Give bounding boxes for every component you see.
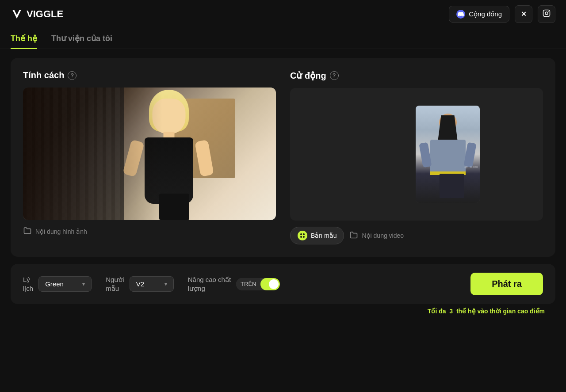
video-action-label: Nội dung video: [362, 232, 404, 239]
motion-section-title: Cử động ?: [290, 70, 543, 81]
footer-prefix: Tối đa: [428, 308, 446, 315]
background-dropdown[interactable]: Green ▾: [38, 276, 92, 292]
character-section-title: Tính cách ?: [23, 70, 276, 80]
viggle-logo-icon: [11, 8, 23, 20]
background-label: Lý lịch: [23, 275, 33, 293]
folder-icon-character: [23, 226, 32, 236]
twitter-button[interactable]: ✕: [515, 5, 532, 23]
toggle-switch[interactable]: [260, 278, 280, 290]
folder-icon-video: [349, 231, 358, 241]
svg-rect-1: [543, 10, 550, 17]
stair-shadow: [23, 88, 162, 220]
video-action[interactable]: Nội dung video: [349, 231, 404, 241]
model-value: V2: [136, 280, 144, 288]
quality-label: Nâng cao chất lượng: [188, 275, 231, 293]
discord-icon: [456, 10, 465, 19]
main-card: Tính cách ?: [11, 58, 555, 257]
columns: Tính cách ?: [23, 70, 543, 244]
svg-point-2: [545, 12, 548, 15]
header-right: Cộng đồng ✕: [449, 5, 555, 23]
twitter-icon: ✕: [521, 10, 527, 18]
tab-the-he[interactable]: Thế hệ: [11, 28, 37, 49]
model-label: Người mẫu: [106, 275, 124, 293]
dropdown-arrow-background: ▾: [82, 281, 85, 287]
footer-number: 3: [449, 308, 453, 315]
character-image-action[interactable]: Nội dung hình ảnh: [23, 226, 276, 236]
character-image-action-label: Nội dung hình ảnh: [35, 228, 87, 235]
community-label: Cộng đồng: [469, 10, 502, 18]
dropdown-arrow-model: ▾: [164, 281, 167, 287]
svg-point-3: [548, 11, 549, 12]
toggle-knob: [269, 279, 279, 289]
character-bg: [23, 88, 276, 220]
model-item: Người mẫu V2 ▾: [106, 275, 174, 293]
motion-help-icon[interactable]: ?: [330, 71, 339, 80]
motion-actions: Bản mẫu Nội dung video: [290, 227, 543, 244]
instagram-icon: [543, 9, 551, 19]
generate-button[interactable]: Phát ra: [470, 273, 543, 295]
char-leg-right: [172, 194, 189, 220]
motion-column: Cử động ?: [290, 70, 543, 244]
community-button[interactable]: Cộng đồng: [449, 6, 509, 23]
character-help-icon[interactable]: ?: [68, 71, 76, 80]
footer-suffix: thế hệ vào thời gian cao điểm: [456, 308, 545, 315]
grid-icon: [298, 231, 307, 240]
character-column: Tính cách ?: [23, 70, 276, 244]
quality-toggle[interactable]: TRÊN: [236, 278, 280, 290]
character-image-area[interactable]: [23, 88, 276, 220]
instagram-button[interactable]: [538, 5, 555, 23]
motion-leg-right: [450, 174, 464, 198]
bottom-bar: Lý lịch Green ▾ Người mẫu V2 ▾ Nâng cao …: [11, 264, 555, 304]
motion-video-thumb: @TikTok: [416, 106, 480, 203]
motion-video-content: @TikTok: [416, 106, 480, 203]
svg-marker-0: [12, 10, 21, 19]
grid-dots: [298, 232, 306, 240]
background-item: Lý lịch Green ▾: [23, 275, 92, 293]
background-value: Green: [45, 280, 64, 288]
model-dropdown[interactable]: V2 ▾: [130, 276, 174, 292]
template-btn-label: Bản mẫu: [311, 232, 337, 239]
quality-item: Nâng cao chất lượng TRÊN: [188, 275, 280, 293]
motion-shirt: [430, 140, 466, 175]
tab-thu-vien[interactable]: Thư viện của tôi: [51, 28, 112, 49]
nav-tabs: Thế hệ Thư viện của tôi: [0, 28, 566, 49]
main-content: Tính cách ?: [0, 49, 566, 323]
watermark: @TikTok: [464, 165, 478, 169]
template-button[interactable]: Bản mẫu: [290, 227, 344, 244]
motion-area[interactable]: @TikTok: [290, 88, 543, 221]
motion-arm-right: [464, 142, 477, 167]
logo: VIGGLE: [11, 8, 63, 20]
header: VIGGLE Cộng đồng ✕: [0, 0, 566, 28]
footer-note: Tối đa 3 thế hệ vào thời gian cao điểm: [11, 304, 555, 315]
toggle-on-label: TRÊN: [236, 278, 260, 290]
logo-text: VIGGLE: [27, 8, 63, 20]
